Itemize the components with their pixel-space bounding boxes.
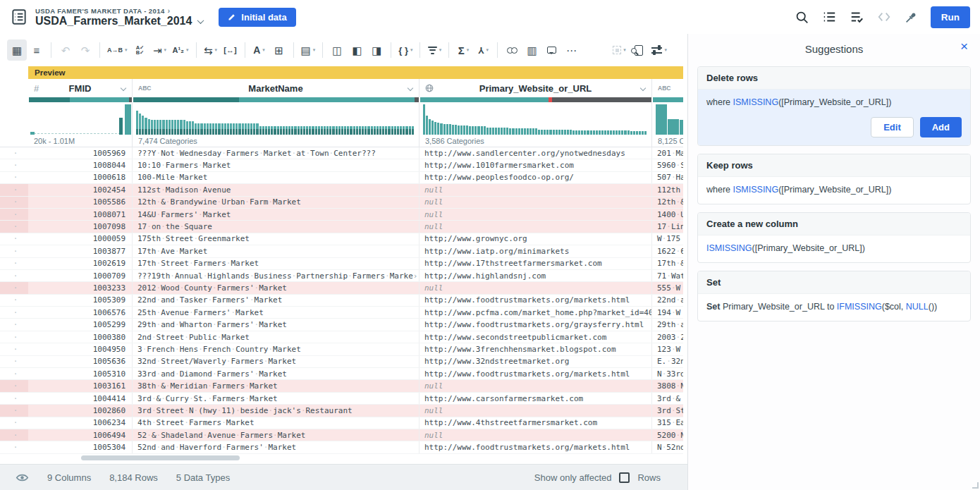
url-cell[interactable]: null bbox=[419, 282, 652, 293]
address-cell[interactable]: 3rd·& bbox=[652, 393, 683, 404]
edit-button[interactable]: Edit bbox=[871, 117, 914, 137]
initial-data-button[interactable]: Initial data bbox=[219, 8, 295, 27]
market-name-cell[interactable]: 29th·and·Wharton·Farmers'·Market bbox=[133, 319, 419, 330]
rename-column-button[interactable]: A→B▾ bbox=[104, 39, 130, 61]
fmid-cell[interactable]: 1002860 bbox=[28, 405, 133, 416]
union-button[interactable] bbox=[502, 39, 522, 61]
market-name-cell[interactable]: 52nd·and·Haverford·Farmers'·Market bbox=[133, 441, 419, 453]
market-name-cell[interactable]: 17th·Street·Farmers·Market bbox=[133, 258, 419, 269]
join-button[interactable]: Y▾ bbox=[473, 39, 493, 61]
histogram[interactable] bbox=[419, 102, 652, 135]
address-cell[interactable]: 1400·U bbox=[652, 209, 683, 220]
undo-button[interactable]: ↶ bbox=[56, 39, 75, 61]
horizontal-scrollbar[interactable] bbox=[0, 454, 683, 463]
column-header-Primary_Website_or_URL[interactable]: Primary_Website_or_URL bbox=[419, 79, 652, 97]
market-name-cell[interactable]: 17th·Ave·Market bbox=[133, 245, 419, 257]
url-cell[interactable]: http://www.foodtrustmarkets.org/markets.… bbox=[419, 368, 652, 379]
market-name-cell[interactable]: 10:10·Farmers·Market bbox=[133, 159, 419, 171]
market-name-cell[interactable]: ???Y·Not·Wednesday·Farmers·Market·at·Tow… bbox=[133, 147, 419, 159]
resize-handle[interactable] bbox=[972, 482, 979, 489]
url-cell[interactable]: http;//www.grownyc.org bbox=[419, 233, 652, 245]
market-name-cell[interactable]: 32nd·Street/Waverly·Farmers·Market bbox=[133, 356, 419, 367]
market-name-cell[interactable]: 112st·Madison·Avenue bbox=[133, 184, 419, 195]
url-cell[interactable]: http://www.peoplesfoodco-op.org/ bbox=[419, 172, 652, 183]
quality-bar[interactable] bbox=[419, 97, 652, 102]
market-name-cell[interactable]: 22nd·and·Tasker·Farmers'·Market bbox=[133, 295, 419, 306]
functions-button[interactable]: { }▾ bbox=[396, 39, 415, 61]
histogram[interactable] bbox=[652, 102, 683, 135]
fmid-cell[interactable]: 1000618 bbox=[28, 172, 133, 183]
column-header-FMID[interactable]: #FMID bbox=[28, 79, 133, 97]
fmid-cell[interactable]: 1003233 bbox=[28, 282, 133, 293]
scrollbar-thumb[interactable] bbox=[81, 455, 240, 460]
url-cell[interactable]: null bbox=[419, 184, 652, 195]
title-dropdown-icon[interactable] bbox=[197, 17, 204, 24]
row-view-button[interactable]: ≡ bbox=[27, 39, 47, 61]
find-in-data-button[interactable] bbox=[629, 39, 649, 61]
url-cell[interactable]: http://www.iatp.org/minimarkets bbox=[419, 245, 652, 257]
enrich-table-button[interactable]: ⊞ bbox=[269, 39, 289, 61]
breadcrumb[interactable]: USDA FAMER'S MARKET DATA - 2014› bbox=[35, 6, 203, 15]
group-rows-button[interactable]: ▤▾ bbox=[298, 39, 319, 61]
run-button[interactable]: Run bbox=[931, 6, 970, 28]
address-cell[interactable]: 17·Lin bbox=[652, 221, 683, 232]
settings-sliders-button[interactable]: ▾ bbox=[649, 39, 670, 61]
url-cell[interactable]: http;//www.32ndstreetmarket.org bbox=[419, 356, 652, 367]
market-name-cell[interactable]: 38th·&·Meridian·Farmers·Market bbox=[133, 380, 419, 391]
format-button[interactable]: A▾ bbox=[250, 39, 269, 61]
close-icon[interactable]: × bbox=[960, 39, 968, 53]
address-cell[interactable]: 112th bbox=[652, 184, 683, 195]
pivot-button[interactable]: ◫ bbox=[327, 39, 347, 61]
address-cell[interactable]: E.·32n bbox=[652, 356, 683, 367]
fmid-cell[interactable]: 1008044 bbox=[28, 159, 133, 171]
unpivot-button[interactable]: ◧ bbox=[347, 39, 367, 61]
address-cell[interactable]: 5960·S bbox=[652, 159, 683, 171]
address-cell[interactable]: N·52nd bbox=[652, 441, 683, 453]
address-cell[interactable]: 2003·2 bbox=[652, 331, 683, 343]
market-name-cell[interactable]: 25th·Avenue·Farmers'·Market bbox=[133, 307, 419, 318]
fmid-cell[interactable]: 1005969 bbox=[28, 147, 133, 159]
url-cell[interactable]: http://www.sandlercenter.org/ynotwednesd… bbox=[419, 147, 652, 159]
filter-button[interactable]: ▾ bbox=[424, 39, 444, 61]
address-cell[interactable]: 29th·a bbox=[652, 319, 683, 330]
histogram[interactable] bbox=[28, 102, 133, 135]
column-header-clipped[interactable]: ABC bbox=[652, 79, 683, 97]
fmid-cell[interactable]: 1005310 bbox=[28, 368, 133, 379]
market-name-cell[interactable]: 12th·&·Brandywine·Urban·Farm·Market bbox=[133, 197, 419, 208]
fmid-cell[interactable]: 1003877 bbox=[28, 245, 133, 257]
market-name-cell[interactable]: 4th·Street·Farmers·Market bbox=[133, 417, 419, 429]
fmid-cell[interactable]: 1006234 bbox=[28, 417, 133, 429]
url-cell[interactable]: http://www.pcfma.com/market_home.php?mar… bbox=[419, 307, 652, 318]
url-cell[interactable]: null bbox=[419, 429, 652, 441]
search-icon[interactable] bbox=[795, 11, 809, 24]
recipe-list-icon[interactable] bbox=[822, 10, 836, 24]
market-name-cell[interactable]: 2012·Wood·County·Farmers'·Market bbox=[133, 282, 419, 293]
fmid-cell[interactable]: 1000709 bbox=[28, 270, 133, 281]
url-cell[interactable]: http://www.4thstreetfarmersmarket.com bbox=[419, 417, 652, 429]
market-name-cell[interactable]: 3rd·&·Curry·St.·Farmers·Market bbox=[133, 393, 419, 404]
code-icon[interactable] bbox=[877, 10, 891, 24]
fmid-cell[interactable]: 1007098 bbox=[28, 221, 133, 232]
address-cell[interactable]: 17th·& bbox=[652, 258, 683, 269]
grid-view-button[interactable]: ▦ bbox=[7, 39, 27, 61]
column-header-MarketName[interactable]: ABCMarketName bbox=[133, 79, 419, 97]
address-cell[interactable]: 3rd·St bbox=[652, 405, 683, 416]
address-cell[interactable]: 194·W bbox=[652, 307, 683, 318]
eye-icon[interactable] bbox=[16, 471, 29, 484]
url-cell[interactable]: null bbox=[419, 221, 652, 232]
selection-mode-button[interactable]: ▾ bbox=[609, 39, 629, 61]
url-cell[interactable]: http://www.carsonfarmersmarket.com bbox=[419, 393, 652, 404]
fmid-cell[interactable]: 1004950 bbox=[28, 343, 133, 355]
market-name-cell[interactable]: 3·French·Hens·French·Country·Market bbox=[133, 343, 419, 355]
move-column-button[interactable]: ⇥▾ bbox=[150, 39, 170, 61]
fmid-cell[interactable]: 1005636 bbox=[28, 356, 133, 367]
quality-bar[interactable] bbox=[133, 97, 419, 102]
validate-button[interactable]: A✓B✓ bbox=[130, 39, 150, 61]
url-cell[interactable]: null bbox=[419, 197, 652, 208]
quality-bar[interactable] bbox=[652, 97, 683, 102]
transpose-button[interactable]: ◨ bbox=[367, 39, 386, 61]
market-name-cell[interactable]: 2nd·Street·Public·Market bbox=[133, 331, 419, 343]
url-cell[interactable]: null bbox=[419, 209, 652, 220]
fmid-cell[interactable]: 1006494 bbox=[28, 429, 133, 441]
fmid-cell[interactable]: 1002454 bbox=[28, 184, 133, 195]
